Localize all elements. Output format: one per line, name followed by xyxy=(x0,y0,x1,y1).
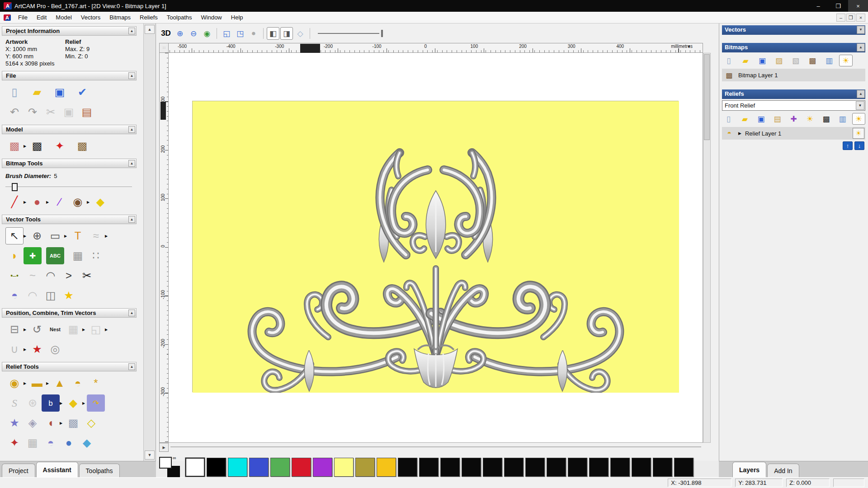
tab-toolpaths[interactable]: Toolpaths xyxy=(79,464,120,477)
brush-diameter-slider[interactable] xyxy=(5,183,132,191)
flyout-arrow[interactable]: ▶ xyxy=(105,321,109,338)
smooth-relief-icon[interactable]: ▲ xyxy=(51,375,69,392)
move-layer-up-icon[interactable]: ↑ xyxy=(843,141,853,150)
relief-layers-icon[interactable]: ◇ xyxy=(82,414,100,432)
artwork-canvas[interactable]: .o0{fill:none;stroke:#6f6f6f;stroke-widt… xyxy=(192,101,679,392)
colour-picker-icon[interactable]: ∕ xyxy=(51,193,69,211)
zero-relief-icon[interactable]: ▬ xyxy=(28,375,46,392)
menu-item[interactable]: Help xyxy=(226,12,248,23)
colour-swatch[interactable] xyxy=(249,458,269,477)
collapse-reliefs-icon[interactable]: ▲ xyxy=(857,90,865,98)
flyout-arrow[interactable]: ▶ xyxy=(60,414,64,432)
star-relief-icon[interactable]: ★ xyxy=(5,414,24,432)
vectors-section-header[interactable]: Vectors ▼ xyxy=(722,25,865,35)
collapse-button[interactable]: ▲ xyxy=(128,216,135,223)
ruler-corner[interactable]: ∷ xyxy=(159,43,169,53)
colour-swatch[interactable] xyxy=(440,458,460,477)
mirror-relief-icon[interactable]: ◓ xyxy=(69,375,87,392)
delete-bitmap-layer-icon[interactable]: ▥ xyxy=(822,55,836,66)
tab-assistant[interactable]: Assistant xyxy=(36,462,78,477)
flyout-arrow[interactable]: ▶ xyxy=(24,227,28,244)
open-model-icon[interactable]: ▰ xyxy=(28,84,46,101)
colour-swatch[interactable] xyxy=(228,458,247,477)
colour-swatch[interactable] xyxy=(632,458,651,477)
colour-swatch[interactable] xyxy=(398,458,417,477)
scroll-down-icon[interactable]: ▼ xyxy=(145,450,155,460)
redo-icon[interactable]: ↷ xyxy=(24,103,42,121)
zoom-in-icon[interactable]: ⊕ xyxy=(174,27,186,40)
flyout-arrow[interactable]: ▶ xyxy=(24,321,28,338)
ruler-options-icon[interactable]: ▶ xyxy=(159,443,169,452)
greyscale-model-icon[interactable]: ▩ xyxy=(28,137,46,155)
mdi-close-button[interactable]: × xyxy=(856,14,865,22)
add-relief-icon[interactable]: ◉ xyxy=(5,375,24,392)
bitmap-fill-icon[interactable]: ◆ xyxy=(91,193,109,211)
link-colours-icon[interactable]: ∞ xyxy=(173,455,176,460)
bitmap-layer-name[interactable]: Bitmap Layer 1 xyxy=(738,72,778,79)
colour-swatch[interactable] xyxy=(483,458,502,477)
collapse-button[interactable]: ▲ xyxy=(128,363,135,370)
sphere-relief-icon[interactable]: ● xyxy=(60,434,78,451)
collapse-button[interactable]: ▲ xyxy=(128,310,135,316)
menu-item[interactable]: Toolpaths xyxy=(162,12,197,23)
collapse-button[interactable]: ▲ xyxy=(128,126,135,133)
colour-swatch[interactable] xyxy=(504,458,524,477)
undo-icon[interactable]: ↶ xyxy=(5,103,24,121)
contrast-slider-handle[interactable] xyxy=(381,30,383,37)
select-vectors-icon[interactable]: ↖ xyxy=(5,227,24,244)
colour-swatch[interactable] xyxy=(292,458,311,477)
nesting-icon[interactable]: Nest xyxy=(46,321,64,338)
vector-dome-icon[interactable]: ◓ xyxy=(5,287,24,304)
create-cross-icon[interactable]: ✚ xyxy=(24,247,42,264)
add-relief-layer-icon[interactable]: ✚ xyxy=(787,113,800,125)
preferences-icon[interactable]: ✔ xyxy=(73,84,91,101)
relief-scroll-icon[interactable]: ▤ xyxy=(771,113,784,125)
horizontal-scrollbar[interactable] xyxy=(169,444,703,450)
toggle-bitmap-visibility-icon[interactable]: ☀ xyxy=(839,55,853,66)
switch-3d-view-button[interactable]: 3D xyxy=(159,27,173,40)
colour-swatch[interactable] xyxy=(589,458,609,477)
tab-add-in[interactable]: Add In xyxy=(767,464,799,477)
colour-swatch[interactable] xyxy=(313,458,332,477)
menu-item[interactable]: File xyxy=(14,12,32,23)
colour-swatch[interactable] xyxy=(334,458,354,477)
ruler-unit-dropdown-icon[interactable]: ▾ xyxy=(679,44,699,49)
bitmap-visibility-icon[interactable]: ◧ xyxy=(267,27,279,40)
relief-layer-name[interactable]: Relief Layer 1 xyxy=(745,130,781,137)
colour-swatch[interactable] xyxy=(377,458,396,477)
zoom-objects-icon[interactable]: ◱ xyxy=(220,27,233,40)
trim-vectors-icon[interactable]: ✂ xyxy=(78,267,96,284)
colour-swatch[interactable] xyxy=(674,458,693,477)
relief-layer-visibility-icon[interactable]: ☀ xyxy=(853,128,864,139)
colour-swatch[interactable] xyxy=(270,458,290,477)
open-bitmap-layer-icon[interactable]: ▰ xyxy=(739,55,752,66)
paste-icon[interactable]: ▤ xyxy=(78,103,96,121)
colour-swatch[interactable] xyxy=(568,458,587,477)
flyout-arrow[interactable]: ▶ xyxy=(24,375,28,392)
collapse-button[interactable]: ▲ xyxy=(128,28,135,34)
flyout-arrow[interactable]: ▶ xyxy=(82,394,87,412)
flyout-arrow[interactable]: ▶ xyxy=(64,227,69,244)
sharp-corner-icon[interactable]: > xyxy=(60,267,78,284)
colour-palette-icon[interactable]: ◉ xyxy=(69,193,87,211)
mdi-minimize-button[interactable]: – xyxy=(836,14,845,22)
colour-swatch[interactable] xyxy=(525,458,545,477)
sculpt-relief-icon[interactable]: * xyxy=(87,375,105,392)
slider-handle[interactable] xyxy=(12,183,18,191)
colour-swatch[interactable] xyxy=(207,458,226,477)
bitmap-layer-row[interactable]: ▩ Bitmap Layer 1 xyxy=(722,69,865,81)
extrude-relief-icon[interactable]: ◆ xyxy=(78,434,96,451)
menu-item[interactable]: Reliefs xyxy=(135,12,162,23)
primary-colour-swatch[interactable] xyxy=(159,457,172,469)
colour-swatch[interactable] xyxy=(610,458,630,477)
offset-relief-icon[interactable]: ◆ xyxy=(64,394,82,412)
new-relief-layer-icon[interactable]: ▯ xyxy=(722,113,735,125)
transform-vectors-icon[interactable]: ⊕ xyxy=(28,227,46,244)
vertical-scrollbar[interactable] xyxy=(703,53,711,443)
edit-model-icon[interactable]: ▩ xyxy=(5,137,24,155)
toggle-relief-visibility-icon[interactable]: ☀ xyxy=(852,113,865,125)
scrollbar-thumb[interactable] xyxy=(704,54,710,140)
constrain-relief-icon[interactable]: ◈ xyxy=(24,414,42,432)
texture-relief-icon[interactable]: ▩ xyxy=(64,414,82,432)
flyout-arrow[interactable]: ▶ xyxy=(60,394,64,412)
